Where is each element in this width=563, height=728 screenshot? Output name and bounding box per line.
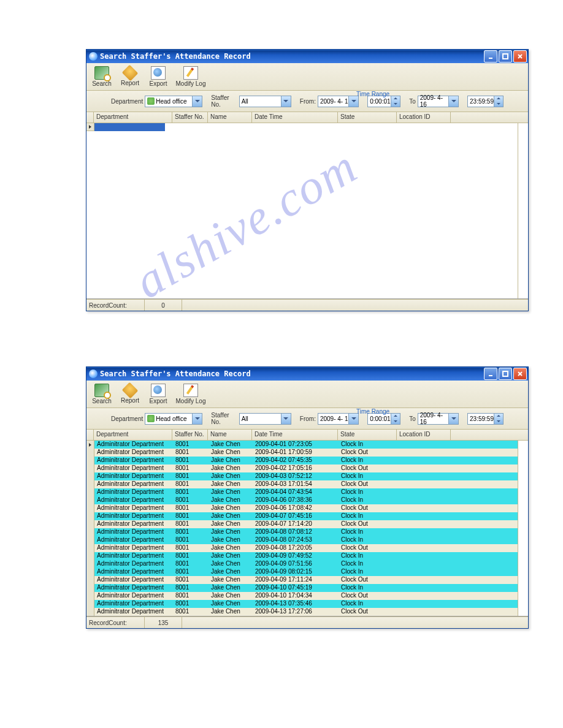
col-datetime[interactable]: Date Time [252, 430, 338, 440]
table-row[interactable]: Adminitrator Department8001Jake Chen2009… [86, 584, 518, 592]
chevron-down-icon[interactable] [281, 96, 291, 107]
table-row[interactable]: Adminitrator Department8001Jake Chen2009… [86, 449, 518, 457]
col-department[interactable]: Department [94, 112, 172, 123]
table-row[interactable]: Adminitrator Department8001Jake Chen2009… [86, 441, 518, 449]
toolbar: Search Report Export Modify Log [86, 381, 528, 408]
scroll-track[interactable] [518, 134, 528, 287]
staffer-combo[interactable]: All [239, 413, 291, 425]
table-row[interactable]: Adminitrator Department8001Jake Chen2009… [86, 520, 518, 528]
staffer-combo[interactable]: All [239, 96, 291, 107]
table-row[interactable]: Adminitrator Department8001Jake Chen2009… [86, 608, 518, 616]
col-name[interactable]: Name [208, 112, 252, 123]
chevron-down-icon[interactable] [192, 96, 202, 107]
spinner-icon[interactable] [494, 96, 503, 107]
vertical-scrollbar[interactable] [518, 123, 528, 298]
modify-icon [183, 384, 198, 397]
cell-dt: 2009-04-09 07:51:56 [253, 560, 339, 568]
col-location[interactable]: Location ID [397, 430, 451, 440]
table-row[interactable]: Adminitrator Department8001Jake Chen2009… [86, 512, 518, 520]
report-button[interactable]: Report [117, 382, 143, 406]
recordcount-value: 135 [145, 617, 182, 628]
close-button[interactable] [513, 368, 527, 380]
department-combo[interactable]: Head office [145, 96, 202, 107]
app-icon [89, 52, 98, 61]
table-row[interactable]: Adminitrator Department8001Jake Chen2009… [86, 560, 518, 568]
row-pointer-icon [86, 457, 94, 464]
export-button[interactable]: Export [145, 382, 171, 406]
vertical-scrollbar[interactable] [518, 441, 528, 616]
table-row[interactable]: Adminitrator Department8001Jake Chen2009… [86, 600, 518, 608]
table-row[interactable]: Adminitrator Department8001Jake Chen2009… [86, 576, 518, 584]
table-row[interactable]: Adminitrator Department8001Jake Chen2009… [86, 464, 518, 472]
table-row[interactable]: Adminitrator Department8001Jake Chen2009… [86, 480, 518, 488]
table-row[interactable]: Adminitrator Department8001Jake Chen2009… [86, 568, 518, 576]
col-state[interactable]: State [338, 112, 397, 123]
table-row[interactable]: Adminitrator Department8001Jake Chen2009… [86, 472, 518, 480]
spinner-icon[interactable] [391, 414, 400, 424]
row-pointer-icon [86, 608, 94, 616]
scroll-up-button[interactable] [518, 441, 528, 452]
col-staffer[interactable]: Staffer No. [172, 112, 208, 123]
export-button[interactable]: Export [145, 65, 171, 88]
scroll-up-button[interactable] [518, 123, 528, 134]
search-icon [94, 384, 109, 397]
search-button[interactable]: Search [89, 382, 115, 406]
table-row[interactable]: Adminitrator Department8001Jake Chen2009… [86, 536, 518, 544]
table-row[interactable]: Adminitrator Department8001Jake Chen2009… [86, 488, 518, 496]
selected-cell [94, 123, 165, 131]
cell-loc [397, 528, 451, 536]
chevron-down-icon[interactable] [348, 414, 358, 424]
to-date-combo[interactable]: 2009- 4-16 [418, 96, 459, 107]
scroll-track[interactable] [518, 452, 528, 605]
titlebar[interactable]: Search Staffer's Attendance Record [86, 367, 528, 381]
department-combo[interactable]: Head office [145, 413, 202, 425]
minimize-button[interactable] [484, 50, 497, 63]
table-row[interactable]: Adminitrator Department8001Jake Chen2009… [86, 544, 518, 552]
spinner-icon[interactable] [494, 414, 503, 424]
empty-selected-row[interactable] [86, 123, 518, 131]
from-date-combo[interactable]: 2009- 4- 1 [318, 96, 359, 107]
chevron-down-icon[interactable] [448, 96, 458, 107]
recordcount-value: 0 [145, 300, 182, 311]
row-pointer-icon [86, 472, 94, 480]
table-row[interactable]: Adminitrator Department8001Jake Chen2009… [86, 528, 518, 536]
modify-log-button[interactable]: Modify Log [174, 65, 208, 88]
col-staffer[interactable]: Staffer No. [172, 430, 208, 440]
cell-state: Clock Out [339, 449, 397, 457]
titlebar[interactable]: Search Staffer's Attendance Record [86, 50, 528, 63]
grid-body[interactable]: Adminitrator Department8001Jake Chen2009… [86, 441, 528, 616]
table-row[interactable]: Adminitrator Department8001Jake Chen2009… [86, 504, 518, 512]
search-button[interactable]: Search [89, 65, 115, 88]
to-time-spinner[interactable]: 23:59:59 [467, 96, 504, 107]
from-date-combo[interactable]: 2009- 4- 1 [318, 413, 359, 425]
cell-loc [397, 480, 451, 488]
table-row[interactable]: Adminitrator Department8001Jake Chen2009… [86, 496, 518, 504]
table-row[interactable]: Adminitrator Department8001Jake Chen2009… [86, 592, 518, 600]
to-date-combo[interactable]: 2009- 4-16 [418, 413, 459, 425]
col-name[interactable]: Name [208, 430, 252, 440]
chevron-down-icon[interactable] [192, 414, 202, 424]
minimize-button[interactable] [484, 368, 497, 380]
close-button[interactable] [513, 50, 527, 63]
cell-name: Jake Chen [209, 600, 253, 608]
table-row[interactable]: Adminitrator Department8001Jake Chen2009… [86, 552, 518, 560]
table-row[interactable]: Adminitrator Department8001Jake Chen2009… [86, 457, 518, 464]
maximize-button[interactable] [499, 50, 512, 63]
chevron-down-icon[interactable] [281, 414, 291, 424]
maximize-button[interactable] [499, 368, 512, 380]
col-datetime[interactable]: Date Time [252, 112, 338, 123]
col-location[interactable]: Location ID [397, 112, 451, 123]
spinner-icon[interactable] [391, 96, 400, 107]
to-time-spinner[interactable]: 23:59:59 [467, 413, 504, 425]
grid-header: Department Staffer No. Name Date Time St… [86, 430, 528, 441]
modify-log-button[interactable]: Modify Log [174, 382, 208, 406]
report-button[interactable]: Report [117, 65, 143, 88]
col-department[interactable]: Department [94, 430, 172, 440]
chevron-down-icon[interactable] [348, 96, 358, 107]
grid-body[interactable] [86, 123, 528, 298]
scroll-down-button[interactable] [518, 605, 528, 616]
scroll-down-button[interactable] [518, 287, 528, 298]
chevron-down-icon[interactable] [448, 414, 458, 424]
cell-staff: 8001 [173, 552, 209, 560]
col-state[interactable]: State [338, 430, 397, 440]
